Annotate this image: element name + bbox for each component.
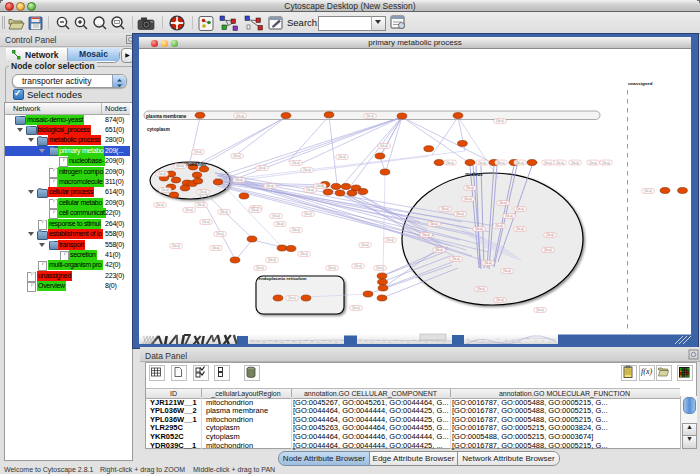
- svg-text:(5e-a): (5e-a): [495, 224, 503, 228]
- svg-text:(5e-a): (5e-a): [546, 233, 554, 237]
- svg-text:(5e-a): (5e-a): [503, 269, 511, 273]
- svg-text:Search:: Search:: [287, 17, 320, 28]
- svg-text:(5e-a): (5e-a): [386, 238, 394, 242]
- svg-text:(5e-a): (5e-a): [497, 161, 505, 165]
- svg-text:(5e-a): (5e-a): [499, 201, 507, 205]
- svg-text:(5e-a): (5e-a): [256, 266, 264, 270]
- svg-text:(5e-a): (5e-a): [556, 161, 564, 165]
- svg-text:(5e-a): (5e-a): [300, 252, 308, 256]
- svg-text:(5e-a): (5e-a): [352, 306, 360, 310]
- svg-text:(5e-a): (5e-a): [422, 233, 430, 237]
- svg-text:(5e-a): (5e-a): [194, 150, 202, 154]
- svg-text:(5e-a): (5e-a): [516, 207, 524, 211]
- svg-text:(5e-a): (5e-a): [516, 161, 524, 165]
- svg-text:(5e-a): (5e-a): [158, 172, 166, 176]
- svg-text:(5e-a): (5e-a): [328, 266, 336, 270]
- svg-text:(5e-a): (5e-a): [216, 232, 224, 236]
- svg-text:(5e-a): (5e-a): [233, 154, 241, 158]
- svg-text:(5e-a): (5e-a): [484, 261, 492, 265]
- svg-text:(5e-a): (5e-a): [199, 190, 207, 194]
- svg-text:(5e-a): (5e-a): [544, 161, 552, 165]
- svg-text:(5e-a): (5e-a): [466, 186, 474, 190]
- svg-text:(5e-a): (5e-a): [380, 144, 388, 148]
- svg-text:(5e-a): (5e-a): [452, 257, 460, 261]
- svg-text:(5e-a): (5e-a): [430, 222, 438, 226]
- svg-text:plasma membrane: plasma membrane: [146, 114, 187, 119]
- svg-text:(5e-a): (5e-a): [505, 214, 513, 218]
- svg-text:(5e-a): (5e-a): [266, 184, 274, 188]
- svg-text:(5e-a): (5e-a): [366, 114, 374, 118]
- svg-text:(5e-a): (5e-a): [644, 189, 652, 193]
- svg-text:(5e-a): (5e-a): [589, 161, 597, 165]
- svg-text:unassigned: unassigned: [628, 81, 653, 86]
- svg-text:(5e-a): (5e-a): [304, 212, 312, 216]
- svg-text:cytoplasm: cytoplasm: [147, 127, 170, 132]
- svg-text:(5e-a): (5e-a): [292, 161, 300, 165]
- svg-text:(5e-a): (5e-a): [496, 119, 504, 123]
- svg-text:(5e-a): (5e-a): [376, 266, 384, 270]
- svg-text:(5e-a): (5e-a): [316, 184, 324, 188]
- svg-text:(5e-a): (5e-a): [220, 210, 228, 214]
- svg-text:(5e-a): (5e-a): [544, 248, 552, 252]
- svg-text:(5e-a): (5e-a): [571, 161, 579, 165]
- svg-text:(5e-a): (5e-a): [477, 287, 485, 291]
- svg-text:(5e-a): (5e-a): [435, 248, 443, 252]
- svg-text:(5e-a): (5e-a): [185, 208, 193, 212]
- svg-text:(5e-a): (5e-a): [272, 214, 280, 218]
- svg-text:(5e-a): (5e-a): [441, 207, 449, 211]
- svg-text:(5e-a): (5e-a): [602, 161, 610, 165]
- svg-text:(5e-a): (5e-a): [197, 203, 205, 207]
- svg-text:(5e-a): (5e-a): [212, 246, 220, 250]
- svg-text:(5e-a): (5e-a): [202, 220, 210, 224]
- svg-text:(5e-a): (5e-a): [536, 308, 544, 312]
- svg-text:(5e-a): (5e-a): [516, 227, 524, 231]
- svg-text:(5e-a): (5e-a): [251, 208, 259, 212]
- svg-text:(5e-a): (5e-a): [276, 222, 284, 226]
- svg-text:(5e-a): (5e-a): [161, 188, 169, 192]
- svg-text:(5e-a): (5e-a): [478, 161, 486, 165]
- svg-text:(5e-a): (5e-a): [361, 243, 369, 247]
- svg-text:(5e-a): (5e-a): [258, 166, 266, 170]
- svg-text:nucleus: nucleus: [465, 172, 483, 177]
- svg-text:(5e-a): (5e-a): [292, 228, 300, 232]
- svg-text:(5e-a): (5e-a): [156, 203, 164, 207]
- svg-text:(5e-a): (5e-a): [464, 197, 472, 201]
- svg-text:(5e-a): (5e-a): [446, 161, 454, 165]
- svg-text:(5e-a): (5e-a): [303, 168, 311, 172]
- svg-text:(5e-a): (5e-a): [306, 188, 314, 192]
- svg-text:(5e-a): (5e-a): [172, 244, 180, 248]
- svg-text:(5e-a): (5e-a): [176, 164, 184, 168]
- svg-text:(5e-a): (5e-a): [475, 227, 483, 231]
- svg-text:(5e-a): (5e-a): [268, 258, 276, 262]
- svg-text:(5e-a): (5e-a): [288, 296, 296, 300]
- svg-text:endoplasmic reticulum: endoplasmic reticulum: [259, 276, 307, 281]
- svg-text:(5e-a): (5e-a): [456, 212, 464, 216]
- svg-text:(5e-a): (5e-a): [354, 264, 362, 268]
- svg-text:(5e-a): (5e-a): [496, 298, 504, 302]
- svg-text:(5e-a): (5e-a): [235, 178, 243, 182]
- svg-text:(5e-a): (5e-a): [236, 114, 244, 118]
- svg-text:(5e-a): (5e-a): [338, 155, 346, 159]
